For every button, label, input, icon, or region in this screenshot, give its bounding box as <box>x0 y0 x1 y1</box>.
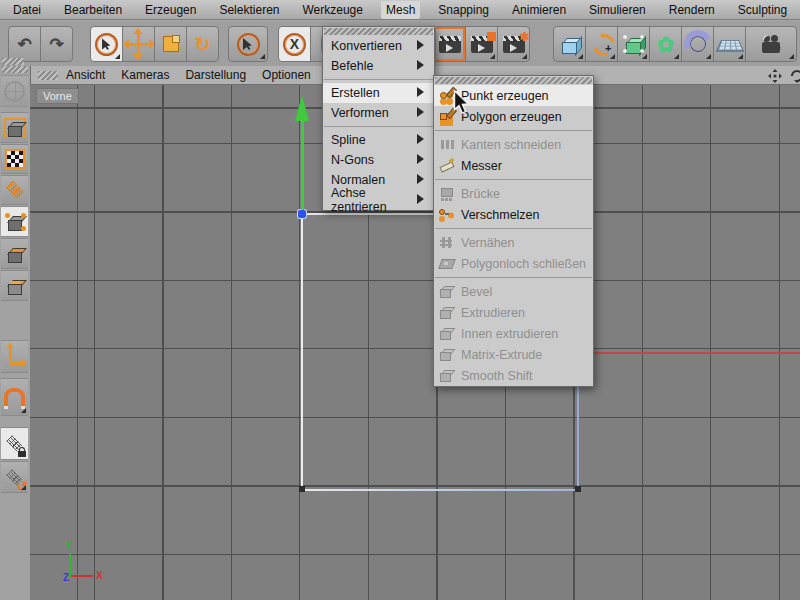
erstellen-submenu: Punkt erzeugen Polygon erzeugen Kanten s… <box>433 75 594 387</box>
move-tool-button[interactable] <box>122 26 155 62</box>
menu-werkzeuge[interactable]: Werkzeuge <box>297 1 367 19</box>
primitive-cube-button[interactable] <box>553 26 586 62</box>
edges-mode-icon <box>8 248 22 259</box>
workplane-lock-button[interactable] <box>1 427 28 460</box>
submenu-item-extrudieren[interactable]: Extrudieren <box>434 302 593 323</box>
spline-pen-button[interactable]: + <box>585 26 618 62</box>
selected-point[interactable] <box>298 210 306 218</box>
floor-plane-icon <box>715 39 744 51</box>
menu-snapping[interactable]: Snapping <box>433 1 494 19</box>
axis-indicator-x-label: X <box>96 570 103 581</box>
pan-view-icon[interactable] <box>768 69 782 83</box>
scale-tool-button[interactable] <box>154 26 187 62</box>
menu-separator <box>324 79 433 80</box>
render-settings-button[interactable]: ✱ <box>497 26 530 62</box>
spline-segment-left[interactable] <box>301 213 303 490</box>
make-editable-button[interactable] <box>1 75 28 107</box>
spline-point-bottom-left[interactable] <box>299 486 305 492</box>
menu-animieren[interactable]: Animieren <box>507 1 571 19</box>
points-mode-button[interactable] <box>1 206 28 237</box>
submenu-arrow-icon <box>417 154 429 164</box>
submenu-item-polygonloch-schliessen[interactable]: Polygonloch schließen <box>434 253 593 274</box>
texture-mode-icon <box>5 149 25 169</box>
menu-item-ngons[interactable]: N-Gons <box>323 150 434 170</box>
menu-tear-off-handle[interactable] <box>324 28 433 35</box>
generator-cube-button[interactable] <box>617 26 650 62</box>
vp-menu-kameras[interactable]: Kameras <box>121 68 169 82</box>
menu-erzeugen[interactable]: Erzeugen <box>140 1 201 19</box>
rotate-view-icon[interactable] <box>790 69 800 83</box>
vp-menu-ansicht[interactable]: Ansicht <box>66 68 105 82</box>
menu-item-verformen[interactable]: Verformen <box>323 103 434 123</box>
model-mode-button[interactable] <box>1 112 28 143</box>
padlock-icon <box>18 451 26 457</box>
sidebar-drag-handle[interactable] <box>2 66 28 73</box>
polygons-mode-button[interactable] <box>1 270 28 301</box>
bevel-icon <box>439 284 454 299</box>
application-window: Datei Bearbeiten Erzeugen Selektieren We… <box>0 0 800 600</box>
snap-magnet-icon <box>4 388 25 406</box>
selection-cursor-icon <box>237 33 260 56</box>
view-label[interactable]: Vorne <box>36 88 79 104</box>
camera-button[interactable] <box>745 26 797 62</box>
menu-mesh[interactable]: Mesh <box>381 1 420 19</box>
submenu-item-bevel[interactable]: Bevel <box>434 281 593 302</box>
submenu-arrow-icon <box>417 60 429 70</box>
menu-simulieren[interactable]: Simulieren <box>584 1 651 19</box>
floor-plane-button[interactable] <box>713 26 746 62</box>
submenu-item-verschmelzen[interactable]: Verschmelzen <box>434 204 593 225</box>
submenu-item-bruecke[interactable]: Brücke <box>434 183 593 204</box>
submenu-item-smooth-shift[interactable]: Smooth Shift <box>434 365 593 386</box>
menu-sculpting[interactable]: Sculpting <box>733 1 792 19</box>
menu-tear-off-handle[interactable] <box>435 77 592 84</box>
polygons-mode-icon <box>8 280 22 291</box>
bend-deformer-button[interactable] <box>681 26 714 62</box>
rotate-tool-button[interactable]: ↻ <box>186 26 219 62</box>
menu-item-erstellen[interactable]: Erstellen <box>323 83 434 103</box>
toolbar-drag-handle[interactable] <box>2 58 24 65</box>
submenu-item-vernaehen[interactable]: Vernähen <box>434 232 593 253</box>
spline-point-bottom-right[interactable] <box>575 486 581 492</box>
melt-icon <box>439 207 454 222</box>
menu-separator <box>435 130 592 131</box>
viewport-menu-drag-handle[interactable] <box>38 71 58 80</box>
spline-segment-bottom[interactable] <box>302 489 579 491</box>
mouse-cursor-icon <box>452 90 470 116</box>
live-selection-icon <box>95 33 118 56</box>
snap-button[interactable] <box>1 378 28 416</box>
live-selection-button[interactable] <box>90 26 123 62</box>
workplane-align-button[interactable]: ↺ <box>1 461 28 493</box>
menu-rendern[interactable]: Rendern <box>664 1 720 19</box>
y-axis-handle-arrowhead[interactable] <box>295 95 309 121</box>
menu-datei[interactable]: Datei <box>8 1 46 19</box>
menu-item-achse-zentrieren[interactable]: Achse zentrieren <box>323 190 434 210</box>
selection-dropdown-button[interactable] <box>228 26 268 62</box>
menu-selektieren[interactable]: Selektieren <box>214 1 284 19</box>
submenu-item-kanten-schneiden[interactable]: Kanten schneiden <box>434 134 593 155</box>
texture-mode-button[interactable] <box>1 144 28 174</box>
axis-mode-button[interactable] <box>1 340 28 373</box>
undo-button[interactable]: ↶ <box>8 26 41 62</box>
menu-separator <box>324 126 433 127</box>
submenu-item-matrix-extrude[interactable]: Matrix-Extrude <box>434 344 593 365</box>
vp-menu-darstellung[interactable]: Darstellung <box>185 68 246 82</box>
render-region-button[interactable] <box>465 26 498 62</box>
y-axis-handle-stem[interactable] <box>301 121 304 210</box>
edges-mode-button[interactable] <box>1 238 28 269</box>
mesh-dropdown-menu: Konvertieren Befehle Erstellen Verformen… <box>322 26 435 211</box>
menu-item-befehle[interactable]: Befehle <box>323 56 434 76</box>
submenu-item-messer[interactable]: Messer <box>434 155 593 176</box>
submenu-arrow-icon <box>417 134 429 144</box>
render-view-button[interactable] <box>433 26 466 62</box>
menu-bearbeiten[interactable]: Bearbeiten <box>59 1 127 19</box>
workplane-mode-button[interactable] <box>1 175 28 205</box>
menu-item-spline[interactable]: Spline <box>323 130 434 150</box>
submenu-arrow-icon <box>417 174 429 184</box>
axis-lock-button[interactable]: X <box>278 26 311 62</box>
redo-button[interactable]: ↷ <box>40 26 73 62</box>
vp-menu-optionen[interactable]: Optionen <box>262 68 311 82</box>
bridge-icon <box>439 186 454 201</box>
menu-item-konvertieren[interactable]: Konvertieren <box>323 36 434 56</box>
deformer-flower-button[interactable]: ✿ <box>649 26 682 62</box>
submenu-item-innen-extrudieren[interactable]: Innen extrudieren <box>434 323 593 344</box>
